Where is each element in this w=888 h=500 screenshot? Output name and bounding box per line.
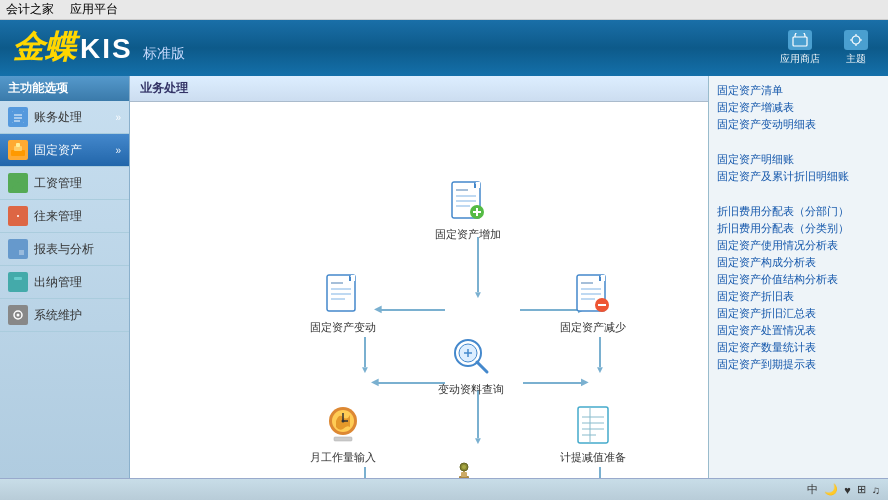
right-panel: 固定资产清单 固定资产增减表 固定资产变动明细表 固定资产明细账 固定资产及累计… (708, 76, 888, 478)
arrow-jian-to-chaxun2 (599, 337, 601, 367)
rp-item-shuliang-tongji[interactable]: 固定资产数量统计表 (717, 339, 880, 356)
rp-item-zengjianbiao[interactable]: 固定资产增减表 (717, 99, 880, 116)
accounting-arrow: » (115, 112, 121, 123)
jizhan-label: 计提减值准备 (560, 450, 626, 465)
header: 金蝶 KIS 标准版 应用商店 主题 (0, 20, 888, 76)
rp-section-1: 固定资产清单 固定资产增减表 固定资产变动明细表 (717, 82, 880, 133)
jizhan-icon (567, 400, 619, 448)
rp-item-zhejiubiao[interactable]: 固定资产折旧表 (717, 288, 880, 305)
biandong-icon (317, 270, 369, 318)
rp-item-zheju-huizong[interactable]: 固定资产折旧汇总表 (717, 305, 880, 322)
status-icon3: ⊞ (857, 483, 866, 496)
svg-point-14 (15, 177, 21, 183)
sidebar-item-cashier[interactable]: 出纳管理 (0, 266, 129, 299)
rp-section-3: 折旧费用分配表（分部门） 折旧费用分配表（分类别） 固定资产使用情况分析表 固定… (717, 203, 880, 373)
rp-item-goucheng-fenxi[interactable]: 固定资产构成分析表 (717, 254, 880, 271)
accounting-icon (8, 107, 28, 127)
sidebar-label-accounting: 账务处理 (34, 109, 115, 126)
logo-kis: KIS (80, 33, 133, 65)
svg-rect-0 (793, 37, 807, 46)
svg-rect-20 (12, 250, 17, 255)
sidebar-label-reports: 报表与分析 (34, 241, 121, 258)
status-icon1: 🌙 (824, 483, 838, 496)
arrow-bian-to-chaxun (364, 337, 366, 367)
svg-rect-21 (19, 250, 24, 255)
rp-item-chuzhi-qingkuang[interactable]: 固定资产处置情况表 (717, 322, 880, 339)
arrow-jizhan-down (599, 467, 601, 478)
status-lang[interactable]: 中 (807, 482, 818, 497)
sidebar-label-cashier: 出纳管理 (34, 274, 121, 291)
menu-item-accounting-home[interactable]: 会计之家 (6, 1, 54, 18)
arrow-chaxun-down (477, 390, 479, 438)
rp-item-biandong[interactable]: 固定资产变动明细表 (717, 116, 880, 133)
node-biandong[interactable]: 固定资产变动 (310, 270, 376, 335)
zengjia-icon (442, 177, 494, 225)
node-jizhan[interactable]: 计提减值准备 (560, 400, 626, 465)
system-icon (8, 305, 28, 325)
menu-item-app-platform[interactable]: 应用平台 (70, 1, 118, 18)
svg-point-61 (342, 420, 345, 423)
sidebar-title: 主功能选项 (0, 76, 129, 101)
svg-rect-62 (334, 437, 352, 441)
rp-item-daoqi-tishi[interactable]: 固定资产到期提示表 (717, 356, 880, 373)
status-icon2: ♥ (844, 484, 851, 496)
content-area: 业务处理 (130, 76, 708, 478)
content-title: 业务处理 (130, 76, 708, 102)
biandong-label: 固定资产变动 (310, 320, 376, 335)
svg-point-74 (462, 465, 466, 469)
sidebar: 主功能选项 账务处理 » 固定资产 » 工资管理 往来管理 (0, 76, 130, 478)
sidebar-label-payroll: 工资管理 (34, 175, 121, 192)
fixed-assets-icon (8, 140, 28, 160)
svg-rect-28 (476, 182, 480, 188)
yuegong-icon (317, 400, 369, 448)
statusbar: 中 🌙 ♥ ⊞ ♫ (0, 478, 888, 500)
theme-button[interactable]: 主题 (836, 28, 876, 68)
payroll-icon (8, 173, 28, 193)
jianshao-icon (567, 270, 619, 318)
chaxun-icon (445, 332, 497, 380)
svg-point-1 (852, 36, 860, 44)
sidebar-item-accounting[interactable]: 账务处理 » (0, 101, 129, 134)
svg-rect-45 (601, 275, 605, 281)
svg-rect-19 (19, 243, 24, 248)
store-button[interactable]: 应用商店 (772, 28, 828, 68)
node-yuegong[interactable]: 月工作量输入 (310, 400, 376, 465)
logo-edition: 标准版 (143, 45, 185, 63)
node-jianshao[interactable]: 固定资产减少 (560, 270, 626, 335)
jizheju-icon (438, 457, 490, 478)
node-chaxun[interactable]: 变动资料查询 (438, 332, 504, 397)
logo-chinese: 金蝶 (12, 26, 76, 70)
rp-item-leijizheju[interactable]: 固定资产及累计折旧明细账 (717, 168, 880, 185)
menubar: 会计之家 应用平台 (0, 0, 888, 20)
node-zengjia[interactable]: 固定资产增加 (435, 177, 501, 242)
cashier-icon (8, 272, 28, 292)
rp-item-zhejiufenpei-leibie[interactable]: 折旧费用分配表（分类别） (717, 220, 880, 237)
sidebar-item-reports[interactable]: 报表与分析 (0, 233, 129, 266)
theme-label: 主题 (846, 52, 866, 66)
arrow-zeng-to-bian (380, 309, 445, 311)
rp-item-qingdan[interactable]: 固定资产清单 (717, 82, 880, 99)
yuegong-label: 月工作量输入 (310, 450, 376, 465)
fixed-assets-arrow: » (115, 145, 121, 156)
rp-item-mingxizhang[interactable]: 固定资产明细账 (717, 151, 880, 168)
node-jizheju[interactable]: 计提折旧 (438, 457, 490, 478)
reports-icon (8, 239, 28, 259)
store-icon (788, 30, 812, 50)
rp-item-shiyong-fenxi[interactable]: 固定资产使用情况分析表 (717, 237, 880, 254)
sidebar-item-system[interactable]: 系统维护 (0, 299, 129, 332)
rp-divider-1 (717, 143, 880, 151)
sidebar-label-fixed-assets: 固定资产 (34, 142, 115, 159)
sidebar-item-dealings[interactable]: 往来管理 (0, 200, 129, 233)
sidebar-item-fixed-assets[interactable]: 固定资产 » (0, 134, 129, 167)
arrow-chaxun-to-yuegong (377, 382, 445, 384)
rp-item-jiazhi-fenxi[interactable]: 固定资产价值结构分析表 (717, 271, 880, 288)
svg-rect-38 (351, 275, 355, 281)
svg-rect-13 (16, 143, 20, 147)
rp-section-2: 固定资产明细账 固定资产及累计折旧明细账 (717, 151, 880, 185)
rp-divider-2 (717, 195, 880, 203)
rp-item-zhejiufenpei-bumen[interactable]: 折旧费用分配表（分部门） (717, 203, 880, 220)
status-icon4: ♫ (872, 484, 880, 496)
logo: 金蝶 KIS 标准版 (12, 26, 185, 70)
sidebar-item-payroll[interactable]: 工资管理 (0, 167, 129, 200)
svg-rect-63 (578, 407, 608, 443)
